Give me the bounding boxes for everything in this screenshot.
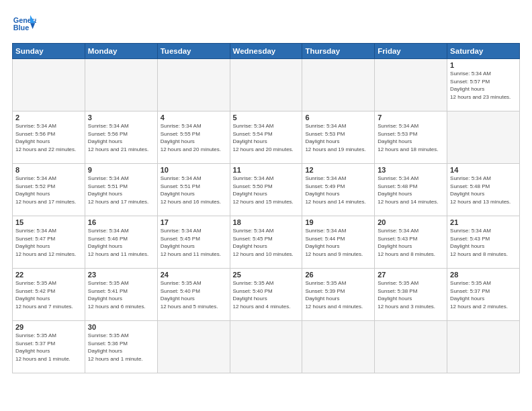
day-number: 27 [378, 271, 444, 279]
calendar-cell: 12Sunrise: 5:34 AMSunset: 5:49 PMDayligh… [302, 164, 375, 216]
calendar-cell: 11Sunrise: 5:34 AMSunset: 5:50 PMDayligh… [230, 164, 302, 216]
calendar-cell [157, 321, 230, 373]
calendar-week-1: 1Sunrise: 5:34 AMSunset: 5:57 PMDaylight… [13, 59, 520, 111]
day-detail: Sunrise: 5:35 AMSunset: 5:39 PMDaylight … [305, 279, 371, 310]
day-detail: Sunrise: 5:34 AMSunset: 5:45 PMDaylight … [161, 227, 227, 258]
calendar-cell: 16Sunrise: 5:34 AMSunset: 5:46 PMDayligh… [85, 216, 157, 269]
day-detail: Sunrise: 5:34 AMSunset: 5:53 PMDaylight … [378, 122, 444, 153]
day-number: 21 [450, 218, 517, 226]
day-number: 19 [305, 218, 371, 226]
dow-header-friday: Friday [375, 44, 447, 59]
calendar-cell: 4Sunrise: 5:34 AMSunset: 5:55 PMDaylight… [157, 111, 230, 164]
calendar-cell: 24Sunrise: 5:35 AMSunset: 5:40 PMDayligh… [157, 269, 230, 321]
day-detail: Sunrise: 5:35 AMSunset: 5:36 PMDaylight … [88, 332, 154, 363]
calendar-cell [230, 321, 302, 373]
day-number: 13 [378, 166, 444, 174]
day-detail: Sunrise: 5:34 AMSunset: 5:45 PMDaylight … [233, 227, 300, 258]
calendar-cell: 29Sunrise: 5:35 AMSunset: 5:37 PMDayligh… [13, 321, 85, 373]
logo: General Blue [12, 12, 36, 36]
day-detail: Sunrise: 5:34 AMSunset: 5:51 PMDaylight … [88, 175, 154, 205]
calendar-cell: 27Sunrise: 5:35 AMSunset: 5:38 PMDayligh… [375, 269, 447, 321]
day-number: 30 [88, 323, 154, 331]
calendar-cell: 26Sunrise: 5:35 AMSunset: 5:39 PMDayligh… [302, 269, 375, 321]
calendar-cell: 21Sunrise: 5:34 AMSunset: 5:43 PMDayligh… [447, 216, 520, 269]
calendar-cell: 17Sunrise: 5:34 AMSunset: 5:45 PMDayligh… [157, 216, 230, 269]
calendar-cell [85, 59, 157, 111]
day-number: 10 [161, 166, 227, 174]
calendar-cell: 3Sunrise: 5:34 AMSunset: 5:56 PMDaylight… [85, 111, 157, 164]
day-detail: Sunrise: 5:34 AMSunset: 5:52 PMDaylight … [15, 175, 82, 205]
calendar-week-2: 2Sunrise: 5:34 AMSunset: 5:56 PMDaylight… [13, 111, 520, 164]
day-detail: Sunrise: 5:35 AMSunset: 5:37 PMDaylight … [450, 279, 517, 310]
calendar-cell: 25Sunrise: 5:35 AMSunset: 5:40 PMDayligh… [230, 269, 302, 321]
day-number: 5 [233, 113, 300, 122]
calendar-cell: 2Sunrise: 5:34 AMSunset: 5:56 PMDaylight… [13, 111, 85, 164]
day-detail: Sunrise: 5:34 AMSunset: 5:53 PMDaylight … [305, 122, 371, 153]
dow-header-wednesday: Wednesday [230, 44, 302, 59]
calendar-week-5: 22Sunrise: 5:35 AMSunset: 5:42 PMDayligh… [13, 269, 520, 321]
day-number: 28 [450, 271, 517, 279]
logo-icon: General Blue [12, 12, 36, 36]
day-of-week-row: SundayMondayTuesdayWednesdayThursdayFrid… [13, 44, 520, 59]
day-number: 20 [378, 218, 444, 226]
calendar-cell: 13Sunrise: 5:34 AMSunset: 5:48 PMDayligh… [375, 164, 447, 216]
calendar-cell: 20Sunrise: 5:34 AMSunset: 5:43 PMDayligh… [375, 216, 447, 269]
dow-header-monday: Monday [85, 44, 157, 59]
calendar-cell: 9Sunrise: 5:34 AMSunset: 5:51 PMDaylight… [85, 164, 157, 216]
day-detail: Sunrise: 5:34 AMSunset: 5:48 PMDaylight … [450, 175, 517, 205]
dow-header-tuesday: Tuesday [157, 44, 230, 59]
calendar-week-3: 8Sunrise: 5:34 AMSunset: 5:52 PMDaylight… [13, 164, 520, 216]
day-detail: Sunrise: 5:35 AMSunset: 5:42 PMDaylight … [15, 279, 82, 310]
day-number: 6 [305, 113, 371, 122]
calendar-cell: 1Sunrise: 5:34 AMSunset: 5:57 PMDaylight… [447, 59, 520, 111]
day-detail: Sunrise: 5:35 AMSunset: 5:38 PMDaylight … [378, 279, 444, 310]
day-detail: Sunrise: 5:34 AMSunset: 5:56 PMDaylight … [88, 122, 154, 153]
day-number: 26 [305, 271, 371, 279]
calendar-cell: 7Sunrise: 5:34 AMSunset: 5:53 PMDaylight… [375, 111, 447, 164]
day-detail: Sunrise: 5:34 AMSunset: 5:43 PMDaylight … [450, 227, 517, 258]
day-detail: Sunrise: 5:34 AMSunset: 5:56 PMDaylight … [15, 122, 82, 153]
day-number: 4 [161, 113, 227, 122]
svg-marker-3 [30, 23, 35, 29]
day-detail: Sunrise: 5:34 AMSunset: 5:54 PMDaylight … [233, 122, 300, 153]
dow-header-thursday: Thursday [302, 44, 375, 59]
day-number: 3 [88, 113, 154, 122]
calendar-cell: 19Sunrise: 5:34 AMSunset: 5:44 PMDayligh… [302, 216, 375, 269]
day-number: 23 [88, 271, 154, 279]
day-number: 15 [15, 218, 82, 226]
day-detail: Sunrise: 5:34 AMSunset: 5:49 PMDaylight … [305, 175, 371, 205]
day-detail: Sunrise: 5:35 AMSunset: 5:40 PMDaylight … [233, 279, 300, 310]
day-number: 12 [305, 166, 371, 174]
svg-text:Blue: Blue [13, 24, 29, 32]
calendar-cell: 5Sunrise: 5:34 AMSunset: 5:54 PMDaylight… [230, 111, 302, 164]
day-number: 11 [233, 166, 300, 174]
dow-header-sunday: Sunday [13, 44, 85, 59]
calendar-page: General Blue SundayMondayTuesdayWednesda… [0, 0, 532, 411]
calendar-cell: 28Sunrise: 5:35 AMSunset: 5:37 PMDayligh… [447, 269, 520, 321]
day-number: 1 [450, 61, 517, 69]
day-detail: Sunrise: 5:35 AMSunset: 5:37 PMDaylight … [15, 332, 82, 363]
calendar-cell [230, 59, 302, 111]
calendar-cell [13, 59, 85, 111]
day-detail: Sunrise: 5:34 AMSunset: 5:46 PMDaylight … [88, 227, 154, 258]
day-detail: Sunrise: 5:34 AMSunset: 5:55 PMDaylight … [161, 122, 227, 153]
calendar-cell: 6Sunrise: 5:34 AMSunset: 5:53 PMDaylight… [302, 111, 375, 164]
calendar-cell [447, 321, 520, 373]
calendar-cell [157, 59, 230, 111]
calendar-cell: 15Sunrise: 5:34 AMSunset: 5:47 PMDayligh… [13, 216, 85, 269]
day-number: 22 [15, 271, 82, 279]
day-detail: Sunrise: 5:34 AMSunset: 5:57 PMDaylight … [450, 70, 517, 101]
day-number: 17 [161, 218, 227, 226]
header: General Blue [12, 12, 520, 36]
day-number: 9 [88, 166, 154, 174]
calendar-cell: 8Sunrise: 5:34 AMSunset: 5:52 PMDaylight… [13, 164, 85, 216]
calendar-table: SundayMondayTuesdayWednesdayThursdayFrid… [12, 43, 520, 373]
day-detail: Sunrise: 5:34 AMSunset: 5:48 PMDaylight … [378, 175, 444, 205]
day-detail: Sunrise: 5:34 AMSunset: 5:44 PMDaylight … [305, 227, 371, 258]
day-number: 29 [15, 323, 82, 331]
day-number: 16 [88, 218, 154, 226]
day-number: 14 [450, 166, 517, 174]
calendar-cell: 23Sunrise: 5:35 AMSunset: 5:41 PMDayligh… [85, 269, 157, 321]
calendar-week-4: 15Sunrise: 5:34 AMSunset: 5:47 PMDayligh… [13, 216, 520, 269]
day-detail: Sunrise: 5:34 AMSunset: 5:50 PMDaylight … [233, 175, 300, 205]
